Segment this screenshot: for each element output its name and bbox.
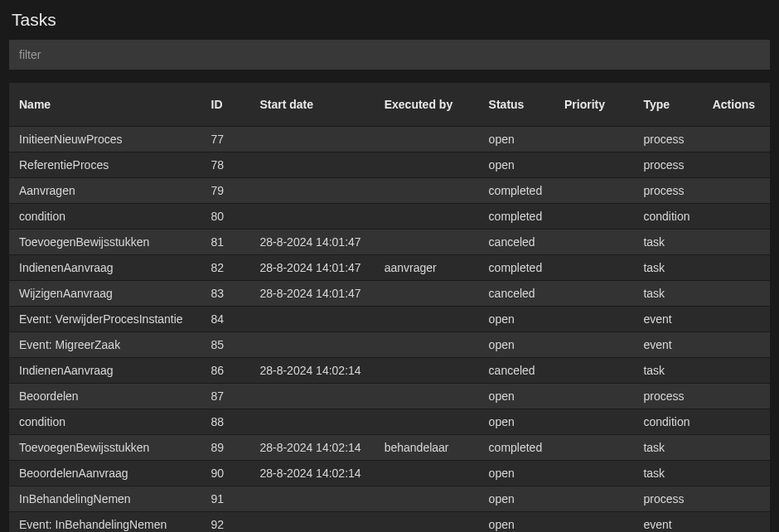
header-startdate[interactable]: Start date [249,83,374,127]
table-row[interactable]: ToevoegenBewijsstukken8928-8-2024 14:02:… [9,435,770,461]
cell-id: 89 [201,435,250,461]
table-row[interactable]: BeoordelenAanvraag9028-8-2024 14:02:14op… [9,461,770,486]
cell-type: process [633,384,702,409]
cell-executedby [375,358,479,384]
cell-type: event [633,332,702,358]
header-name[interactable]: Name [9,83,201,127]
cell-id: 82 [201,255,250,281]
table-row[interactable]: IndienenAanvraag8228-8-2024 14:01:47aanv… [9,255,770,281]
cell-executedby [375,486,479,512]
cell-priority [554,204,633,230]
cell-executedby [375,127,479,152]
table-row[interactable]: InitieerNieuwProces77openprocess [9,127,770,152]
cell-name: WijzigenAanvraag [9,281,201,307]
cell-id: 91 [201,486,250,512]
cell-status: open [479,384,554,409]
cell-priority [554,255,633,281]
header-status[interactable]: Status [479,83,554,127]
cell-executedby [375,384,479,409]
cell-type: task [633,358,702,384]
cell-status: completed [479,255,554,281]
cell-id: 92 [201,512,250,533]
cell-executedby [375,461,479,486]
header-actions[interactable]: Actions [703,83,770,127]
cell-id: 86 [201,358,250,384]
cell-id: 77 [201,127,250,152]
header-id[interactable]: ID [201,83,250,127]
table-row[interactable]: ReferentieProces78openprocess [9,152,770,178]
cell-executedby [375,178,479,204]
cell-executedby: behandelaar [375,435,479,461]
cell-startdate: 28-8-2024 14:01:47 [249,255,374,281]
cell-actions [703,384,770,409]
cell-executedby [375,281,479,307]
cell-status: open [479,486,554,512]
table-row[interactable]: condition80completedcondition [9,204,770,230]
cell-actions [703,152,770,178]
cell-executedby [375,152,479,178]
cell-priority [554,332,633,358]
header-priority[interactable]: Priority [554,83,633,127]
cell-name: ToevoegenBewijsstukken [9,435,201,461]
cell-actions [703,409,770,435]
cell-name: Event: MigreerZaak [9,332,201,358]
cell-startdate: 28-8-2024 14:02:14 [249,435,374,461]
cell-actions [703,178,770,204]
table-row[interactable]: Aanvragen79completedprocess [9,178,770,204]
header-executedby[interactable]: Executed by [375,83,479,127]
table-row[interactable]: Event: InBehandelingNemen92openevent [9,512,770,533]
cell-startdate [249,384,374,409]
table-row[interactable]: WijzigenAanvraag8328-8-2024 14:01:47canc… [9,281,770,307]
cell-name: Event: VerwijderProcesInstantie [9,307,201,332]
cell-type: condition [633,204,702,230]
cell-actions [703,255,770,281]
cell-name: Aanvragen [9,178,201,204]
cell-startdate [249,486,374,512]
cell-startdate [249,512,374,533]
cell-status: open [479,512,554,533]
cell-id: 85 [201,332,250,358]
table-row[interactable]: Event: VerwijderProcesInstantie84openeve… [9,307,770,332]
cell-status: canceled [479,230,554,255]
cell-priority [554,512,633,533]
cell-type: task [633,255,702,281]
cell-status: completed [479,204,554,230]
table-body: InitieerNieuwProces77openprocessReferent… [9,127,770,533]
filter-input[interactable] [9,40,770,70]
cell-executedby: aanvrager [375,255,479,281]
cell-executedby [375,307,479,332]
header-type[interactable]: Type [633,83,702,127]
cell-type: event [633,512,702,533]
cell-actions [703,127,770,152]
table-row[interactable]: InBehandelingNemen91openprocess [9,486,770,512]
table-row[interactable]: Event: MigreerZaak85openevent [9,332,770,358]
cell-name: InBehandelingNemen [9,486,201,512]
cell-startdate [249,127,374,152]
table-row[interactable]: condition88opencondition [9,409,770,435]
cell-name: IndienenAanvraag [9,255,201,281]
cell-actions [703,486,770,512]
cell-type: event [633,307,702,332]
cell-id: 88 [201,409,250,435]
table-row[interactable]: ToevoegenBewijsstukken8128-8-2024 14:01:… [9,230,770,255]
cell-status: canceled [479,281,554,307]
cell-type: task [633,230,702,255]
cell-startdate [249,307,374,332]
cell-actions [703,230,770,255]
cell-priority [554,486,633,512]
cell-priority [554,384,633,409]
cell-actions [703,307,770,332]
cell-actions [703,512,770,533]
cell-status: canceled [479,358,554,384]
cell-executedby [375,512,479,533]
cell-id: 78 [201,152,250,178]
cell-type: task [633,461,702,486]
cell-startdate: 28-8-2024 14:02:14 [249,461,374,486]
table-row[interactable]: IndienenAanvraag8628-8-2024 14:02:14canc… [9,358,770,384]
cell-name: BeoordelenAanvraag [9,461,201,486]
cell-priority [554,435,633,461]
table-header-row: Name ID Start date Executed by Status Pr… [9,83,770,127]
cell-status: open [479,332,554,358]
cell-name: condition [9,409,201,435]
table-row[interactable]: Beoordelen87openprocess [9,384,770,409]
